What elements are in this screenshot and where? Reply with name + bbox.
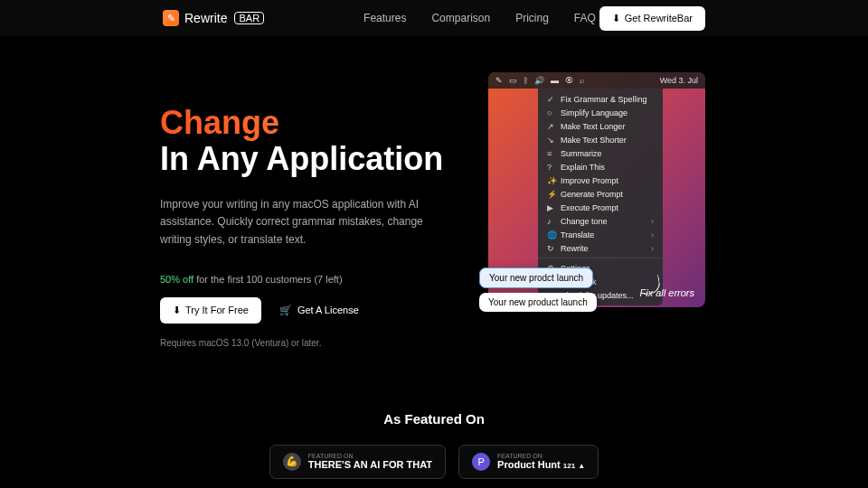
menubar-date: Wed 3. Jul (660, 76, 698, 85)
volume-icon: 🔊 (534, 76, 544, 85)
text-before: Your new prodct launch (479, 267, 593, 288)
wifi-icon: ⦿ (565, 76, 573, 85)
display-icon: ▭ (509, 76, 517, 85)
menu-item[interactable]: ?Explain This (538, 160, 663, 174)
logo-text: Rewrite (184, 11, 227, 25)
menu-item[interactable]: ↗Make Text Longer (538, 119, 663, 133)
nav-faq[interactable]: FAQ (574, 12, 596, 24)
menu-item[interactable]: 🌐Translate (538, 228, 663, 241)
get-license-button[interactable]: 🛒 Get A License (270, 297, 368, 324)
requirement-text: Requires macOS 13.0 (Ventura) or later. (160, 338, 452, 348)
hero-title-highlight: Change (160, 105, 452, 141)
promo-text: 50% off for the first 100 customers (7 l… (160, 274, 452, 285)
main-nav: Features Comparison Pricing FAQ (363, 12, 596, 24)
menu-item[interactable]: ○Simplify Language (538, 106, 663, 119)
logo-bar: BAR (234, 12, 264, 24)
hero-title: In Any Application (160, 141, 452, 177)
menu-item[interactable]: ↻Rewrite (538, 241, 663, 255)
nav-pricing[interactable]: Pricing (515, 12, 549, 24)
search-icon: ⌕ (580, 76, 584, 85)
nav-features[interactable]: Features (363, 12, 406, 24)
arm-icon: 💪 (283, 453, 301, 471)
menu-item[interactable]: ✨Improve Prompt (538, 174, 663, 187)
menu-item[interactable]: ✓Fix Grammar & Spelling (538, 92, 663, 106)
try-free-button[interactable]: ⬇ Try It For Free (160, 297, 261, 324)
hero-description: Improve your writing in any macOS applic… (160, 196, 431, 249)
fix-label: Fix all errors (639, 287, 694, 298)
menu-item[interactable]: ▶Execute Prompt (538, 201, 663, 214)
nav-comparison[interactable]: Comparison (431, 12, 490, 24)
badge-taaft[interactable]: 💪 Featured on THERE'S AN AI FOR THAT (269, 445, 446, 479)
download-icon: ⬇ (173, 305, 181, 316)
logo-icon: ✎ (163, 10, 179, 26)
bluetooth-icon: ᛒ (524, 76, 528, 85)
menu-item[interactable]: ♪Change tone (538, 214, 663, 228)
menu-item[interactable]: ↘Make Text Shorter (538, 133, 663, 146)
featured-title: As Featured On (0, 411, 868, 427)
menu-item[interactable]: ⚡Generate Prompt (538, 187, 663, 201)
ph-icon: P (472, 453, 490, 471)
battery-icon: ▬ (551, 76, 559, 85)
logo[interactable]: ✎ Rewrite BAR (163, 10, 264, 26)
cart-icon: 🛒 (279, 305, 292, 316)
text-after: Your new product launch (479, 293, 597, 312)
get-rewritebar-button[interactable]: ⬇ Get RewriteBar (599, 6, 705, 31)
download-icon: ⬇ (612, 13, 620, 24)
macos-menubar: ✎ ▭ ᛒ 🔊 ▬ ⦿ ⌕ Wed 3. Jul (488, 72, 705, 89)
pen-icon: ✎ (495, 76, 503, 85)
badge-producthunt[interactable]: P Featured on Product Hunt 121 ▲ (458, 445, 599, 479)
menu-item[interactable]: ≡Summarize (538, 146, 663, 160)
